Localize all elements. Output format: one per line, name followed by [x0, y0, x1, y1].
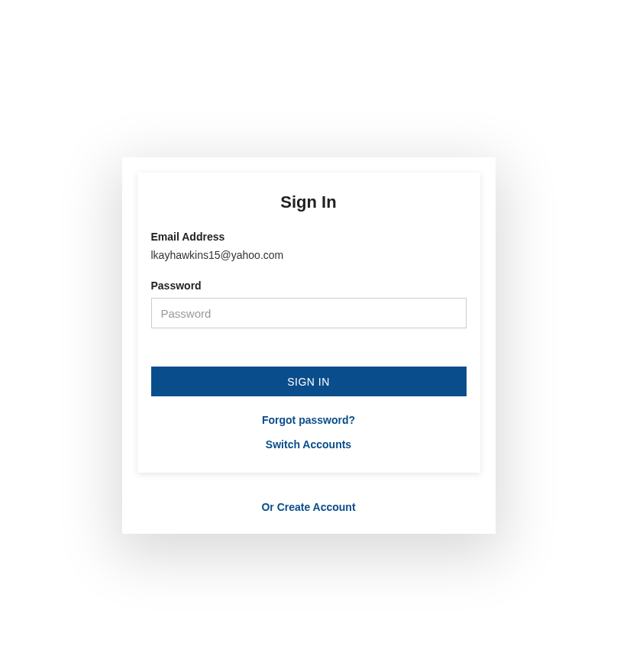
forgot-password-row: Forgot password? [151, 413, 467, 427]
password-field-group: Password [151, 279, 467, 328]
switch-accounts-link[interactable]: Switch Accounts [266, 438, 351, 451]
signin-card: Sign In Email Address lkayhawkins15@yaho… [137, 173, 480, 473]
switch-accounts-row: Switch Accounts [151, 438, 467, 451]
email-value: lkayhawkins15@yahoo.com [151, 249, 467, 261]
email-field-group: Email Address lkayhawkins15@yahoo.com [151, 231, 467, 261]
signin-title: Sign In [151, 192, 467, 212]
email-label: Email Address [151, 231, 467, 243]
create-account-link[interactable]: Or Create Account [261, 501, 355, 513]
auth-container: Sign In Email Address lkayhawkins15@yaho… [122, 157, 496, 534]
create-account-row: Or Create Account [122, 500, 496, 514]
password-label: Password [151, 279, 467, 292]
forgot-password-link[interactable]: Forgot password? [262, 414, 355, 426]
password-input[interactable] [151, 298, 467, 328]
signin-button[interactable]: SIGN IN [151, 367, 467, 396]
